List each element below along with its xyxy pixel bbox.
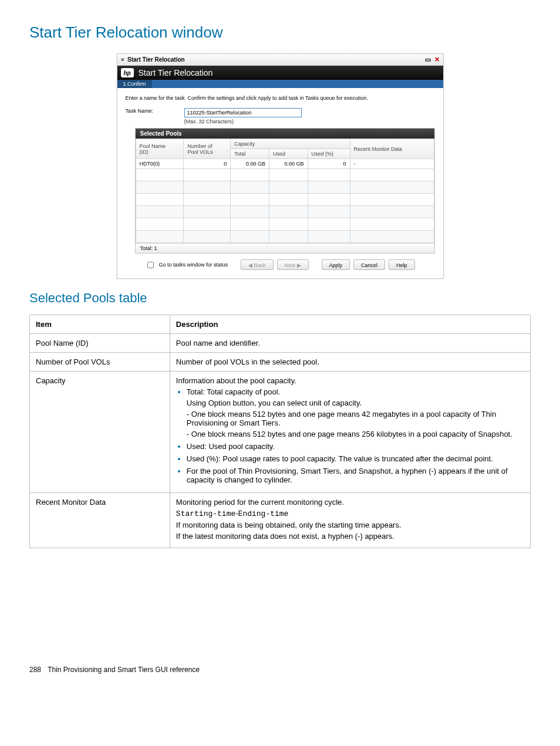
cancel-button[interactable]: Cancel — [353, 259, 385, 270]
list-item: For the pool of Thin Provisioning, Smart… — [187, 467, 524, 484]
titlebar-text: Start Tier Relocation — [127, 56, 185, 63]
wizard-tabs: 1.Confirm — [117, 80, 443, 88]
col-total: Total — [231, 149, 269, 159]
table-row[interactable]: HDT0(0) 0 0.00 GB 0.00 GB 0 - — [136, 159, 434, 169]
hp-logo-icon: hp — [121, 68, 134, 77]
list-item: Used (%): Pool usage rates to pool capac… — [187, 454, 524, 463]
cell-total: 0.00 GB — [231, 159, 269, 169]
selected-pools-header: Selected Pools — [136, 129, 434, 139]
collapse-icon[interactable]: « — [119, 58, 126, 62]
desc-cell: Information about the pool capacity. Tot… — [170, 372, 530, 493]
button-row: Go to tasks window for status ◀ Back Nex… — [126, 254, 435, 275]
cell-used: 0.00 GB — [269, 159, 308, 169]
table-row: Pool Name (ID) Pool name and identifier. — [30, 334, 531, 353]
desc-cell: Monitoring period for the current monito… — [170, 493, 530, 548]
selected-pools-box: Selected Pools Pool Name (ID) Number of … — [135, 128, 435, 254]
task-name-hint: (Max. 32 Characters) — [184, 119, 302, 124]
table-row: Number of Pool VOLs Number of pool VOLs … — [30, 353, 531, 372]
cell-num-vols: 0 — [184, 159, 231, 169]
col-used-pct: Used (%) — [308, 149, 350, 159]
apply-button[interactable]: Apply — [322, 259, 350, 270]
col-item: Item — [30, 315, 170, 334]
page-number: 288 — [29, 666, 41, 674]
col-capacity: Capacity — [231, 139, 350, 149]
next-button[interactable]: Next ▶ — [277, 259, 309, 270]
col-pool-name: Pool Name (ID) — [136, 139, 184, 159]
item-cell: Number of Pool VOLs — [30, 353, 170, 372]
item-cell: Pool Name (ID) — [30, 334, 170, 353]
cell-pool-name: HDT0(0) — [136, 159, 184, 169]
instruction-text: Enter a name for the task. Confirm the s… — [126, 95, 435, 101]
table-row: Recent Monitor Data Monitoring period fo… — [30, 493, 531, 548]
help-button[interactable]: Help — [389, 259, 415, 270]
go-to-tasks-label: Go to tasks window for status — [158, 262, 228, 268]
desc-cell: Number of pool VOLs in the selected pool… — [170, 353, 530, 372]
close-icon[interactable]: ✕ — [434, 56, 440, 63]
description-table: Item Description Pool Name (ID) Pool nam… — [29, 315, 531, 548]
list-item: Total: Total capacity of pool. Using Opt… — [187, 387, 524, 438]
col-used: Used — [269, 149, 308, 159]
page-title: Start Tier Relocation window — [29, 23, 531, 42]
table-row: Capacity Information about the pool capa… — [30, 372, 531, 493]
app-header-title: Start Tier Relocation — [139, 68, 213, 77]
col-num-vols: Number of Pool VOLs — [184, 139, 231, 159]
app-header: hp Start Tier Relocation — [117, 66, 443, 80]
section-title: Selected Pools table — [29, 291, 531, 306]
col-description: Description — [170, 315, 530, 334]
task-name-label: Task Name: — [126, 108, 173, 114]
go-to-tasks-checkbox[interactable] — [147, 262, 154, 268]
app-window: « Start Tier Relocation ▭ ✕ hp Start Tie… — [117, 53, 444, 279]
page-footer: 288 Thin Provisioning and Smart Tiers GU… — [29, 666, 531, 674]
task-name-input[interactable] — [184, 108, 302, 117]
item-cell: Capacity — [30, 372, 170, 493]
desc-cell: Pool name and identifier. — [170, 334, 530, 353]
item-cell: Recent Monitor Data — [30, 493, 170, 548]
wizard-step-confirm[interactable]: 1.Confirm — [117, 80, 153, 88]
chapter-title: Thin Provisioning and Smart Tiers GUI re… — [48, 666, 200, 674]
selected-pools-table: Pool Name (ID) Number of Pool VOLs Capac… — [136, 139, 434, 243]
col-monitor: Recent Monitor Data — [350, 139, 434, 159]
list-item: Used: Used pool capacity. — [187, 442, 524, 451]
cell-used-pct: 0 — [308, 159, 350, 169]
pools-total-footer: Total: 1 — [136, 243, 434, 253]
restore-icon[interactable]: ▭ — [425, 56, 431, 63]
back-button[interactable]: ◀ Back — [241, 259, 274, 270]
cell-monitor: - — [350, 159, 434, 169]
app-titlebar: « Start Tier Relocation ▭ ✕ — [117, 54, 443, 66]
